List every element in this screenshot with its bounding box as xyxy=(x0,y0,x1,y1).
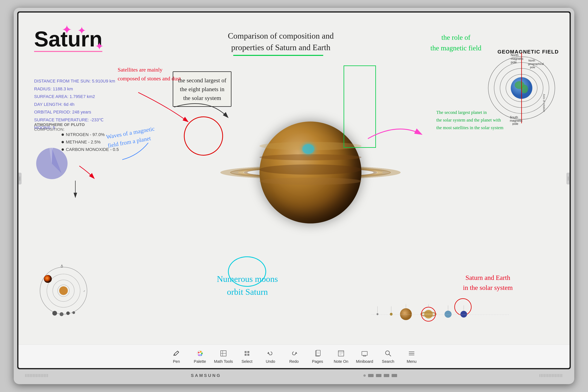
saturn-title-area: ✦ ✦ ✦ Saturn xyxy=(34,28,102,52)
note-on-label: Note On xyxy=(334,359,348,364)
svg-point-15 xyxy=(66,312,70,315)
svg-line-86 xyxy=(389,354,391,356)
svg-point-39 xyxy=(390,313,392,316)
power-indicator xyxy=(364,374,366,377)
planets-row xyxy=(322,302,559,326)
note-on-icon xyxy=(337,349,345,358)
toolbar-item-menu[interactable]: Menu xyxy=(400,347,423,366)
sidebar-handle-left[interactable] xyxy=(18,173,22,184)
svg-text:South: South xyxy=(510,116,518,119)
search-label: Search xyxy=(382,359,394,364)
sidebar-handle-right[interactable] xyxy=(566,173,570,184)
svg-text:pole: pole xyxy=(512,122,518,125)
svg-point-2 xyxy=(20,180,20,180)
svg-text:geographical: geographical xyxy=(528,62,544,66)
svg-point-13 xyxy=(52,311,57,316)
bottom-controls xyxy=(364,374,397,377)
speaker-right xyxy=(540,374,563,377)
svg-rect-74 xyxy=(316,350,320,356)
toolbar-item-select[interactable]: Select xyxy=(235,347,259,366)
pages-icon xyxy=(313,349,322,358)
info-surface-area: SURFACE AREA: 1.795E7 km2 xyxy=(34,93,115,100)
cyan-circle xyxy=(228,256,266,287)
svg-point-12 xyxy=(44,275,52,283)
svg-text:North: North xyxy=(511,54,518,57)
svg-point-0 xyxy=(20,177,20,178)
toolbar-item-math-tools[interactable]: Math Tools xyxy=(212,347,235,366)
menu-icon xyxy=(407,349,416,358)
toolbar-item-palette[interactable]: Palette xyxy=(188,347,212,366)
heading-underline xyxy=(233,55,323,56)
star-decoration-3: ✦ xyxy=(95,40,104,52)
undo-label: Undo xyxy=(266,359,275,364)
miniboard-label: Miniboard xyxy=(356,359,373,364)
toolbar-item-miniboard[interactable]: Miniboard xyxy=(353,347,376,366)
svg-point-26 xyxy=(521,85,528,93)
pen-label: Pen xyxy=(173,359,180,364)
toolbar-item-search[interactable]: Search xyxy=(376,347,400,366)
star-decoration-1: ✦ xyxy=(62,22,72,37)
heading-line1: Comparison of composition and xyxy=(228,30,334,42)
svg-text:pole: pole xyxy=(530,66,535,69)
svg-rect-70 xyxy=(247,351,249,353)
svg-point-85 xyxy=(386,351,390,355)
port-power xyxy=(392,374,397,377)
svg-point-62 xyxy=(201,352,203,354)
second-planet-annotation: The second largest planet inthe solar sy… xyxy=(436,108,507,132)
svg-point-38 xyxy=(376,313,378,315)
comp-dot-nitrogen xyxy=(62,134,64,136)
satellites-annotation: Satellites are mainlycomposed of stones … xyxy=(118,66,181,83)
toolbar-item-undo[interactable]: Undo xyxy=(259,347,282,366)
svg-text:magnetic: magnetic xyxy=(510,119,522,122)
orbital-diagram: ♁ ♂ xyxy=(36,263,91,318)
main-heading: Comparison of composition and properties… xyxy=(228,30,334,56)
math-tools-icon xyxy=(219,349,228,358)
toolbar-item-pen[interactable]: Pen xyxy=(165,347,188,366)
svg-point-10 xyxy=(59,286,68,295)
green-rectangle xyxy=(344,66,376,148)
screen-area: ✦ ✦ ✦ Saturn DISTANCE FROM THE SUN: 5.91… xyxy=(17,11,571,369)
svg-rect-81 xyxy=(362,352,367,355)
pages-label: Pages xyxy=(312,359,323,364)
comp-label-nitrogen: NITROGEN - 97.0% xyxy=(66,132,105,137)
miniboard-icon xyxy=(360,349,369,358)
svg-rect-72 xyxy=(247,354,249,356)
screen: ✦ ✦ ✦ Saturn DISTANCE FROM THE SUN: 5.91… xyxy=(18,12,570,368)
magnetic-role-label: the role ofthe magnetic field xyxy=(430,32,482,53)
info-orbital: ORBITAL PERIOD: 248 years xyxy=(34,108,115,116)
toolbar-item-pages[interactable]: Pages xyxy=(306,347,329,366)
svg-text:Axis of rotation: Axis of rotation xyxy=(542,94,546,112)
info-day-length: DAY LENGTH: 6d 4h xyxy=(34,100,115,108)
svg-text:♁: ♁ xyxy=(60,264,63,268)
saturn-underline xyxy=(34,51,102,52)
redo-label: Redo xyxy=(289,359,299,364)
pie-chart xyxy=(34,146,70,182)
svg-text:magnetic: magnetic xyxy=(511,57,524,60)
toolbar-item-redo[interactable]: Redo xyxy=(282,347,306,366)
monitor: ✦ ✦ ✦ Saturn DISTANCE FROM THE SUN: 5.91… xyxy=(14,8,574,384)
select-label: Select xyxy=(242,359,252,364)
comp-dot-methane xyxy=(62,141,64,143)
menu-label: Menu xyxy=(407,359,416,364)
undo-icon xyxy=(266,349,275,358)
palette-icon xyxy=(196,349,204,358)
speaker-left xyxy=(25,374,48,377)
heading-line2: properties of Saturn and Earth xyxy=(228,42,334,53)
svg-point-41 xyxy=(400,308,412,320)
brand-label: SAMSUNG xyxy=(191,373,221,378)
saturn-earth-annotation: Saturn and Earthin the solar system xyxy=(463,273,513,293)
svg-rect-69 xyxy=(244,351,246,353)
toolbar-item-note-on[interactable]: Note On xyxy=(329,347,353,366)
svg-text:pole: pole xyxy=(511,60,517,64)
magnetic-role-text: the role ofthe magnetic field xyxy=(430,32,482,53)
red-circle-1 xyxy=(184,116,223,156)
whiteboard-area[interactable]: ✦ ✦ ✦ Saturn DISTANCE FROM THE SUN: 5.91… xyxy=(18,12,570,344)
svg-point-4 xyxy=(568,178,568,179)
svg-point-1 xyxy=(20,178,20,179)
palette-label: Palette xyxy=(194,359,206,364)
svg-text:♂: ♂ xyxy=(83,290,86,293)
math-tools-label: Math Tools xyxy=(214,359,233,364)
search-icon xyxy=(384,349,392,358)
second-largest-box: the second largest ofthe eight planets i… xyxy=(173,71,232,107)
redo-icon xyxy=(290,349,298,358)
